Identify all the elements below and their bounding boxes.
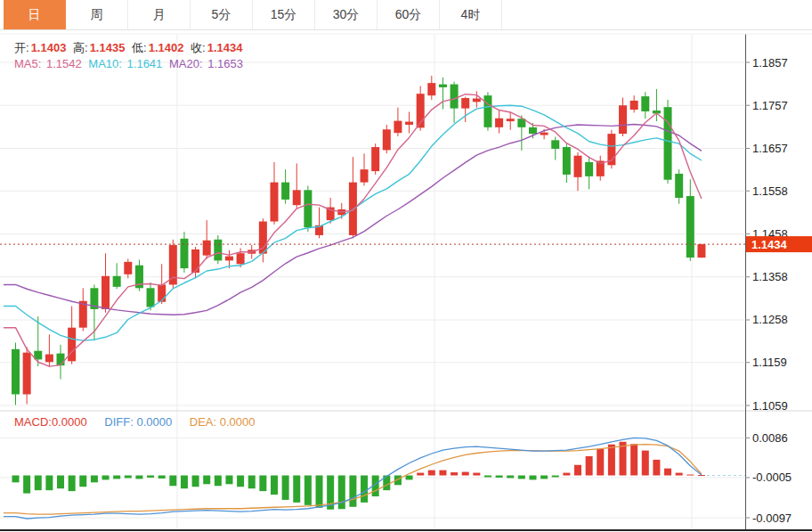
candle-body xyxy=(158,284,166,301)
candle-body xyxy=(664,107,672,180)
candle-body xyxy=(214,240,222,261)
candle-body xyxy=(473,99,481,102)
ma10-label: MA10: xyxy=(88,57,122,70)
ohlc-legend: 开:1.1403 高:1.1435 低:1.1402 收:1.1434 xyxy=(14,40,246,56)
low-label: 低: xyxy=(132,41,147,54)
macd-hist-bar xyxy=(102,476,110,480)
chart-canvas[interactable]: 1.18571.17571.16571.15581.14581.13581.12… xyxy=(0,0,812,532)
macd-hist-bar xyxy=(135,476,142,479)
low-value: 1.1402 xyxy=(149,41,184,54)
ma20-value: 1.1653 xyxy=(207,57,243,70)
tab-5min[interactable]: 5分 xyxy=(191,0,253,29)
macd-hist-bar xyxy=(91,476,98,483)
candle-body xyxy=(697,244,705,258)
macd-hist-bar xyxy=(586,456,593,476)
macd-hist-bar xyxy=(642,451,649,476)
macd-hist-bar xyxy=(158,476,166,479)
candle-body xyxy=(495,119,503,127)
macd-hist-bar xyxy=(147,476,154,478)
macd-hist-bar xyxy=(203,476,210,485)
ma10-value: 1.1641 xyxy=(127,57,163,70)
macd-hist-bar xyxy=(23,476,30,494)
candle-body xyxy=(585,162,593,176)
candle-body xyxy=(225,257,233,261)
candle-body xyxy=(686,196,694,258)
macd-hist-bar xyxy=(259,476,266,492)
diff-value: 0.0000 xyxy=(136,415,172,429)
candle-body xyxy=(451,85,459,109)
price-axis-label: 1.1857 xyxy=(752,56,788,70)
candle-body xyxy=(574,156,582,177)
price-axis-label: 1.1059 xyxy=(752,399,788,413)
macd-hist-bar xyxy=(608,445,615,476)
candle-body xyxy=(203,241,211,256)
candle-body xyxy=(630,101,638,110)
candle-body xyxy=(237,253,245,264)
ma5-label: MA5: xyxy=(14,57,41,70)
candle-body xyxy=(427,83,435,95)
price-axis-label: 1.1757 xyxy=(752,99,788,112)
diff-label: DIFF: xyxy=(104,415,134,429)
candle-body xyxy=(394,121,402,134)
close-label: 收: xyxy=(191,41,206,54)
candle-body xyxy=(293,190,301,205)
candle-body xyxy=(507,119,515,121)
candle-body xyxy=(113,276,121,287)
macd-hist-bar xyxy=(417,473,424,476)
macd-hist-bar xyxy=(451,472,458,475)
candle-body xyxy=(439,85,447,87)
candle-body xyxy=(563,147,571,175)
open-value: 1.1403 xyxy=(31,41,67,54)
tab-15min[interactable]: 15分 xyxy=(253,0,315,29)
macd-hist-bar xyxy=(113,476,120,479)
macd-hist-bar xyxy=(518,476,525,479)
macd-hist-bar xyxy=(225,476,232,485)
candle-body xyxy=(57,354,65,366)
price-axis-label: 1.1258 xyxy=(752,313,788,326)
candle-body xyxy=(191,250,199,273)
macd-hist-bar xyxy=(169,476,176,487)
tab-60min[interactable]: 60分 xyxy=(378,0,440,29)
high-value: 1.1435 xyxy=(90,41,126,54)
candle-body xyxy=(147,288,155,307)
price-axis-label: 1.1159 xyxy=(752,356,787,369)
macd-hist-bar xyxy=(293,476,300,503)
macd-hist-bar xyxy=(552,476,559,478)
macd-axis-label: -0.0005 xyxy=(752,471,792,484)
candle-body xyxy=(180,239,188,268)
macd-hist-bar xyxy=(282,476,289,500)
high-label: 高: xyxy=(73,41,88,54)
macd-hist-bar xyxy=(125,476,132,479)
macd-hist-bar xyxy=(462,472,469,476)
tab-week[interactable]: 周 xyxy=(66,0,128,29)
candle-body xyxy=(124,262,132,274)
macd-hist-bar xyxy=(686,475,694,476)
macd-label: MACD: xyxy=(14,415,52,429)
macd-hist-bar xyxy=(630,444,637,475)
macd-hist-bar xyxy=(338,476,345,510)
macd-hist-bar xyxy=(406,476,413,480)
candle-body xyxy=(68,328,76,362)
tab-4hour[interactable]: 4时 xyxy=(440,0,502,29)
candle-body xyxy=(361,169,369,182)
price-axis-label: 1.1358 xyxy=(752,270,788,283)
tab-day[interactable]: 日 xyxy=(4,0,66,29)
macd-hist-bar xyxy=(473,473,480,476)
tab-30min[interactable]: 30分 xyxy=(315,0,378,29)
close-value: 1.1434 xyxy=(207,41,243,54)
macd-hist-bar xyxy=(574,465,581,476)
tab-month[interactable]: 月 xyxy=(128,0,191,29)
current-price-tag-value: 1.1434 xyxy=(751,238,788,251)
ma-legend: MA5: 1.1542 MA10: 1.1641 MA20: 1.1653 xyxy=(14,57,247,70)
macd-hist-bar xyxy=(57,476,64,489)
ma20-label: MA20: xyxy=(169,57,203,70)
candle-body xyxy=(12,349,20,395)
macd-hist-bar xyxy=(597,449,604,476)
candle-body xyxy=(461,98,469,109)
macd-axis-label: 0.0086 xyxy=(752,431,788,445)
candle-body xyxy=(641,96,649,111)
macd-hist-bar xyxy=(248,476,256,489)
candle-body xyxy=(45,355,53,363)
macd-hist-bar xyxy=(69,476,76,492)
timeframe-toolbar: 日 周 月 5分 15分 30分 60分 4时 xyxy=(0,0,812,30)
